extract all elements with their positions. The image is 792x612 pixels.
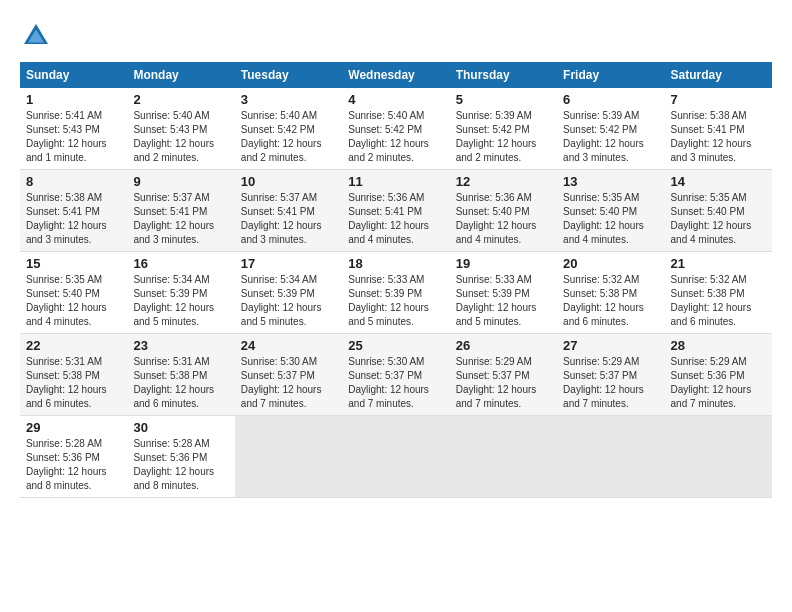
table-row: 1Sunrise: 5:41 AM Sunset: 5:43 PM Daylig… — [20, 88, 127, 170]
table-row: 13Sunrise: 5:35 AM Sunset: 5:40 PM Dayli… — [557, 170, 664, 252]
day-number: 30 — [133, 420, 228, 435]
day-info: Sunrise: 5:32 AM Sunset: 5:38 PM Dayligh… — [671, 273, 766, 329]
calendar-week-2: 8Sunrise: 5:38 AM Sunset: 5:41 PM Daylig… — [20, 170, 772, 252]
day-number: 22 — [26, 338, 121, 353]
header-monday: Monday — [127, 62, 234, 88]
day-info: Sunrise: 5:40 AM Sunset: 5:42 PM Dayligh… — [348, 109, 443, 165]
table-row: 4Sunrise: 5:40 AM Sunset: 5:42 PM Daylig… — [342, 88, 449, 170]
day-number: 1 — [26, 92, 121, 107]
header-wednesday: Wednesday — [342, 62, 449, 88]
day-info: Sunrise: 5:34 AM Sunset: 5:39 PM Dayligh… — [133, 273, 228, 329]
day-info: Sunrise: 5:28 AM Sunset: 5:36 PM Dayligh… — [26, 437, 121, 493]
day-info: Sunrise: 5:30 AM Sunset: 5:37 PM Dayligh… — [348, 355, 443, 411]
table-row: 19Sunrise: 5:33 AM Sunset: 5:39 PM Dayli… — [450, 252, 557, 334]
header-row: SundayMondayTuesdayWednesdayThursdayFrid… — [20, 62, 772, 88]
day-number: 29 — [26, 420, 121, 435]
day-info: Sunrise: 5:36 AM Sunset: 5:40 PM Dayligh… — [456, 191, 551, 247]
logo — [20, 20, 56, 52]
day-info: Sunrise: 5:33 AM Sunset: 5:39 PM Dayligh… — [348, 273, 443, 329]
day-info: Sunrise: 5:32 AM Sunset: 5:38 PM Dayligh… — [563, 273, 658, 329]
day-number: 19 — [456, 256, 551, 271]
table-row: 28Sunrise: 5:29 AM Sunset: 5:36 PM Dayli… — [665, 334, 772, 416]
day-number: 17 — [241, 256, 336, 271]
day-info: Sunrise: 5:35 AM Sunset: 5:40 PM Dayligh… — [26, 273, 121, 329]
table-row: 10Sunrise: 5:37 AM Sunset: 5:41 PM Dayli… — [235, 170, 342, 252]
day-number: 21 — [671, 256, 766, 271]
table-row: 24Sunrise: 5:30 AM Sunset: 5:37 PM Dayli… — [235, 334, 342, 416]
table-row: 9Sunrise: 5:37 AM Sunset: 5:41 PM Daylig… — [127, 170, 234, 252]
table-row — [235, 416, 342, 498]
calendar-table: SundayMondayTuesdayWednesdayThursdayFrid… — [20, 62, 772, 498]
day-info: Sunrise: 5:33 AM Sunset: 5:39 PM Dayligh… — [456, 273, 551, 329]
day-number: 3 — [241, 92, 336, 107]
day-number: 11 — [348, 174, 443, 189]
day-info: Sunrise: 5:38 AM Sunset: 5:41 PM Dayligh… — [26, 191, 121, 247]
table-row: 27Sunrise: 5:29 AM Sunset: 5:37 PM Dayli… — [557, 334, 664, 416]
table-row: 25Sunrise: 5:30 AM Sunset: 5:37 PM Dayli… — [342, 334, 449, 416]
day-info: Sunrise: 5:40 AM Sunset: 5:42 PM Dayligh… — [241, 109, 336, 165]
table-row: 8Sunrise: 5:38 AM Sunset: 5:41 PM Daylig… — [20, 170, 127, 252]
table-row: 12Sunrise: 5:36 AM Sunset: 5:40 PM Dayli… — [450, 170, 557, 252]
day-info: Sunrise: 5:31 AM Sunset: 5:38 PM Dayligh… — [26, 355, 121, 411]
logo-icon — [20, 20, 52, 52]
table-row: 3Sunrise: 5:40 AM Sunset: 5:42 PM Daylig… — [235, 88, 342, 170]
day-info: Sunrise: 5:37 AM Sunset: 5:41 PM Dayligh… — [241, 191, 336, 247]
day-number: 16 — [133, 256, 228, 271]
day-info: Sunrise: 5:37 AM Sunset: 5:41 PM Dayligh… — [133, 191, 228, 247]
day-number: 27 — [563, 338, 658, 353]
table-row: 5Sunrise: 5:39 AM Sunset: 5:42 PM Daylig… — [450, 88, 557, 170]
day-info: Sunrise: 5:39 AM Sunset: 5:42 PM Dayligh… — [456, 109, 551, 165]
calendar-week-1: 1Sunrise: 5:41 AM Sunset: 5:43 PM Daylig… — [20, 88, 772, 170]
day-info: Sunrise: 5:28 AM Sunset: 5:36 PM Dayligh… — [133, 437, 228, 493]
day-number: 14 — [671, 174, 766, 189]
table-row: 11Sunrise: 5:36 AM Sunset: 5:41 PM Dayli… — [342, 170, 449, 252]
day-number: 4 — [348, 92, 443, 107]
day-number: 20 — [563, 256, 658, 271]
day-number: 5 — [456, 92, 551, 107]
table-row: 22Sunrise: 5:31 AM Sunset: 5:38 PM Dayli… — [20, 334, 127, 416]
table-row: 15Sunrise: 5:35 AM Sunset: 5:40 PM Dayli… — [20, 252, 127, 334]
day-number: 26 — [456, 338, 551, 353]
table-row: 29Sunrise: 5:28 AM Sunset: 5:36 PM Dayli… — [20, 416, 127, 498]
header-sunday: Sunday — [20, 62, 127, 88]
day-info: Sunrise: 5:34 AM Sunset: 5:39 PM Dayligh… — [241, 273, 336, 329]
day-info: Sunrise: 5:36 AM Sunset: 5:41 PM Dayligh… — [348, 191, 443, 247]
day-number: 15 — [26, 256, 121, 271]
day-number: 12 — [456, 174, 551, 189]
table-row — [665, 416, 772, 498]
table-row: 21Sunrise: 5:32 AM Sunset: 5:38 PM Dayli… — [665, 252, 772, 334]
table-row: 30Sunrise: 5:28 AM Sunset: 5:36 PM Dayli… — [127, 416, 234, 498]
day-info: Sunrise: 5:41 AM Sunset: 5:43 PM Dayligh… — [26, 109, 121, 165]
page-header — [20, 20, 772, 52]
day-number: 6 — [563, 92, 658, 107]
day-number: 13 — [563, 174, 658, 189]
table-row — [450, 416, 557, 498]
day-info: Sunrise: 5:29 AM Sunset: 5:37 PM Dayligh… — [563, 355, 658, 411]
calendar-week-5: 29Sunrise: 5:28 AM Sunset: 5:36 PM Dayli… — [20, 416, 772, 498]
day-info: Sunrise: 5:39 AM Sunset: 5:42 PM Dayligh… — [563, 109, 658, 165]
header-thursday: Thursday — [450, 62, 557, 88]
table-row: 18Sunrise: 5:33 AM Sunset: 5:39 PM Dayli… — [342, 252, 449, 334]
day-number: 10 — [241, 174, 336, 189]
day-number: 18 — [348, 256, 443, 271]
day-info: Sunrise: 5:35 AM Sunset: 5:40 PM Dayligh… — [563, 191, 658, 247]
table-row: 20Sunrise: 5:32 AM Sunset: 5:38 PM Dayli… — [557, 252, 664, 334]
table-row: 2Sunrise: 5:40 AM Sunset: 5:43 PM Daylig… — [127, 88, 234, 170]
table-row: 26Sunrise: 5:29 AM Sunset: 5:37 PM Dayli… — [450, 334, 557, 416]
day-info: Sunrise: 5:38 AM Sunset: 5:41 PM Dayligh… — [671, 109, 766, 165]
day-number: 28 — [671, 338, 766, 353]
table-row: 17Sunrise: 5:34 AM Sunset: 5:39 PM Dayli… — [235, 252, 342, 334]
header-tuesday: Tuesday — [235, 62, 342, 88]
calendar-week-3: 15Sunrise: 5:35 AM Sunset: 5:40 PM Dayli… — [20, 252, 772, 334]
table-row: 16Sunrise: 5:34 AM Sunset: 5:39 PM Dayli… — [127, 252, 234, 334]
day-number: 2 — [133, 92, 228, 107]
day-number: 25 — [348, 338, 443, 353]
day-number: 24 — [241, 338, 336, 353]
day-number: 23 — [133, 338, 228, 353]
table-row — [342, 416, 449, 498]
day-number: 9 — [133, 174, 228, 189]
day-info: Sunrise: 5:29 AM Sunset: 5:37 PM Dayligh… — [456, 355, 551, 411]
day-info: Sunrise: 5:40 AM Sunset: 5:43 PM Dayligh… — [133, 109, 228, 165]
calendar-week-4: 22Sunrise: 5:31 AM Sunset: 5:38 PM Dayli… — [20, 334, 772, 416]
header-saturday: Saturday — [665, 62, 772, 88]
